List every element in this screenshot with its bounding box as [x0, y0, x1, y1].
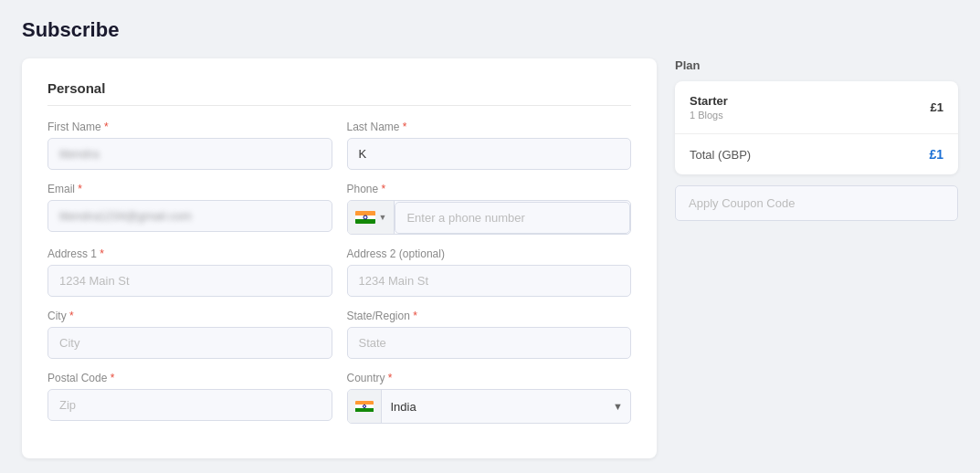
section-title: Personal [47, 80, 631, 106]
email-label: Email * [47, 183, 332, 195]
phone-country-select[interactable]: ▼ [348, 201, 395, 234]
first-name-group: First Name * titendra [47, 121, 332, 170]
plan-subtitle: 1 Blogs [690, 110, 728, 121]
country-label: Country * [347, 372, 632, 384]
country-select[interactable]: India United States United Kingdom Canad… [382, 392, 606, 422]
plan-total-price: £1 [929, 147, 943, 162]
name-row: First Name * titendra Last Name * [47, 121, 631, 170]
address2-group: Address 2 (optional) [347, 247, 632, 297]
city-state-row: City * State/Region * [47, 310, 631, 359]
last-name-label: Last Name * [347, 121, 632, 133]
address1-group: Address 1 * [47, 247, 332, 297]
country-flag-prefix [348, 390, 382, 423]
country-group: Country * India United [347, 372, 632, 424]
country-flag-icon [355, 401, 374, 413]
state-group: State/Region * [347, 310, 632, 359]
page-title: Subscribe [22, 18, 958, 42]
india-flag-icon [355, 211, 375, 224]
phone-number-input[interactable] [395, 202, 630, 234]
address1-input[interactable] [47, 265, 332, 297]
plan-price: £1 [931, 100, 943, 114]
flag-chevron-icon: ▼ [379, 213, 387, 222]
email-phone-row: Email * titendra1234@gmail.com Phone * [47, 183, 631, 235]
plan-panel: Plan Starter 1 Blogs £1 Total (GBP) £1 [675, 58, 958, 221]
postal-label: Postal Code * [47, 372, 332, 384]
coupon-section [675, 185, 958, 221]
city-input[interactable] [47, 327, 332, 359]
plan-total-row: Total (GBP) £1 [675, 134, 958, 174]
ashoka-chakra [363, 215, 367, 220]
email-value: titendra1234@gmail.com [47, 200, 332, 232]
phone-group: Phone * ▼ [347, 183, 632, 235]
state-label: State/Region * [347, 310, 632, 322]
plan-total-label: Total (GBP) [690, 148, 751, 162]
country-select-wrapper: India United States United Kingdom Canad… [347, 389, 632, 424]
address1-label: Address 1 * [47, 247, 332, 260]
email-group: Email * titendra1234@gmail.com [47, 183, 332, 235]
address-row: Address 1 * Address 2 (optional) [47, 247, 631, 297]
address2-input[interactable] [347, 265, 632, 297]
last-name-group: Last Name * [347, 121, 632, 170]
last-name-input[interactable] [347, 138, 632, 170]
plan-name: Starter [690, 94, 728, 108]
country-select-arrow-icon: ▼ [606, 401, 630, 412]
plan-card: Starter 1 Blogs £1 Total (GBP) £1 [675, 81, 958, 174]
plan-starter-row: Starter 1 Blogs £1 [675, 81, 958, 134]
plan-section-label: Plan [675, 58, 958, 72]
main-layout: Personal First Name * titendra Last Name… [22, 58, 958, 458]
postal-input[interactable] [47, 389, 332, 421]
coupon-input[interactable] [675, 185, 958, 221]
plan-info: Starter 1 Blogs [690, 94, 728, 121]
first-name-label: First Name * [47, 121, 332, 133]
phone-label: Phone * [347, 183, 632, 195]
phone-input-wrapper: ▼ [347, 200, 632, 235]
postal-group: Postal Code * [47, 372, 332, 424]
postal-country-row: Postal Code * Country * [47, 372, 631, 424]
first-name-value: titendra [47, 138, 332, 170]
personal-form-card: Personal First Name * titendra Last Name… [22, 58, 657, 458]
city-label: City * [47, 310, 332, 322]
address2-label: Address 2 (optional) [347, 247, 632, 260]
city-group: City * [47, 310, 332, 359]
state-input[interactable] [347, 327, 632, 359]
